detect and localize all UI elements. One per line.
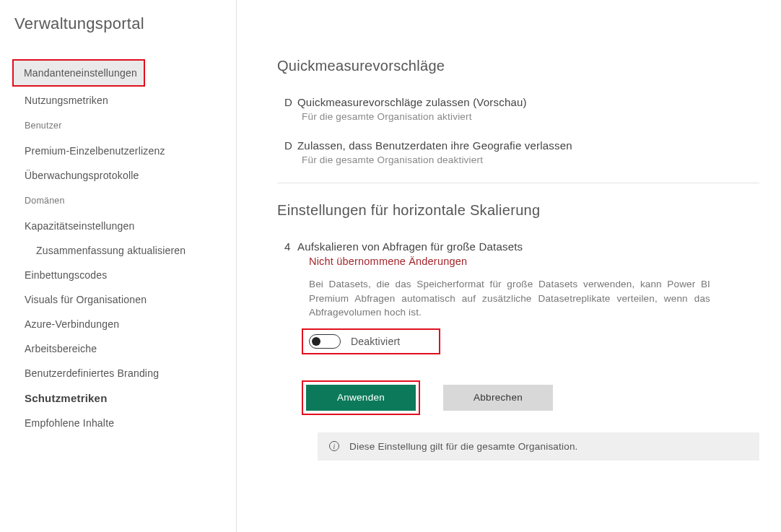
- sidebar-item-audit-logs[interactable]: Überwachungsprotokolle: [14, 163, 224, 188]
- toggle-state-label: Deaktiviert: [351, 336, 400, 347]
- apply-button[interactable]: Anwenden: [306, 385, 416, 411]
- sidebar-item-featured-content[interactable]: Empfohlene Inhalte: [14, 411, 224, 435]
- sidebar-item-tenant-settings[interactable]: Mandanteneinstellungen: [14, 61, 144, 85]
- sidebar-item-users[interactable]: Benutzer: [14, 113, 224, 139]
- setting-status: Für die gesamte Organisation deaktiviert: [284, 154, 759, 165]
- highlight-apply: Anwenden: [302, 380, 420, 415]
- highlight-tenant-settings: Mandanteneinstellungen: [12, 59, 145, 87]
- toggle-knob: [312, 337, 320, 346]
- admin-portal-title: Verwaltungsportal: [14, 14, 224, 33]
- info-icon: i: [329, 441, 339, 451]
- unsaved-changes-warning: Nicht übernommene Änderungen: [284, 256, 759, 267]
- sidebar-item-custom-branding[interactable]: Benutzerdefiniertes Branding: [14, 361, 224, 385]
- main-content: Quickmeasurevorschläge DQuickmeasurevors…: [237, 0, 781, 532]
- sidebar-item-azure-connections[interactable]: Azure-Verbindungen: [14, 312, 224, 336]
- setting-head: DQuickmeasurevorschläge zulassen (Vorsch…: [284, 96, 759, 108]
- setting-head: DZulassen, dass Benutzerdaten ihre Geogr…: [284, 139, 759, 152]
- info-bar: i Diese Einstellung gilt für die gesamte…: [318, 432, 759, 461]
- sidebar-item-domains[interactable]: Domänen: [14, 188, 224, 214]
- section-scaleout-title: Einstellungen für horizontale Skalierung: [277, 202, 759, 219]
- sidebar-item-protection-metrics[interactable]: Schutzmetriken: [14, 385, 224, 411]
- sidebar-item-premium-per-user[interactable]: Premium-Einzelbenutzerlizenz: [14, 139, 224, 163]
- cancel-button[interactable]: Abbrechen: [443, 385, 553, 411]
- setting-description: Bei Datasets, die das Speicherformat für…: [284, 277, 710, 320]
- expand-icon: D: [284, 139, 297, 152]
- section-quickmeasure-title: Quickmeasurevorschläge: [277, 58, 759, 74]
- setting-user-data-leave-geo[interactable]: DZulassen, dass Benutzerdaten ihre Geogr…: [277, 139, 759, 165]
- setting-label: Zulassen, dass Benutzerdaten ihre Geogra…: [297, 139, 572, 152]
- setting-scaleout-queries: 4Aufskalieren von Abfragen für große Dat…: [277, 240, 759, 415]
- sidebar-item-embed-codes[interactable]: Einbettungscodes: [14, 263, 224, 287]
- expand-icon: D: [284, 96, 297, 108]
- enabled-toggle[interactable]: [309, 334, 341, 349]
- highlight-toggle: Deaktiviert: [302, 328, 440, 354]
- sidebar-item-capacity-settings[interactable]: Kapazitätseinstellungen: [14, 214, 224, 238]
- sidebar-item-refresh-summary[interactable]: Zusammenfassung aktualisieren: [14, 238, 224, 263]
- button-row: Anwenden Abbrechen: [302, 380, 759, 415]
- setting-head[interactable]: 4Aufskalieren von Abfragen für große Dat…: [284, 240, 759, 253]
- info-text: Diese Einstellung gilt für die gesamte O…: [349, 441, 578, 452]
- setting-label: Aufskalieren von Abfragen für große Data…: [297, 240, 523, 253]
- sidebar-item-usage-metrics[interactable]: Nutzungsmetriken: [14, 88, 224, 113]
- collapse-icon: 4: [284, 240, 297, 253]
- sidebar-item-workspaces[interactable]: Arbeitsbereiche: [14, 336, 224, 361]
- sidebar: Verwaltungsportal Mandanteneinstellungen…: [0, 0, 237, 532]
- setting-quickmeasure-allow[interactable]: DQuickmeasurevorschläge zulassen (Vorsch…: [277, 96, 759, 122]
- setting-status: Für die gesamte Organisation aktiviert: [284, 111, 759, 122]
- divider: [277, 183, 759, 183]
- setting-label: Quickmeasurevorschläge zulassen (Vorscha…: [297, 96, 527, 108]
- sidebar-item-org-visuals[interactable]: Visuals für Organisationen: [14, 287, 224, 312]
